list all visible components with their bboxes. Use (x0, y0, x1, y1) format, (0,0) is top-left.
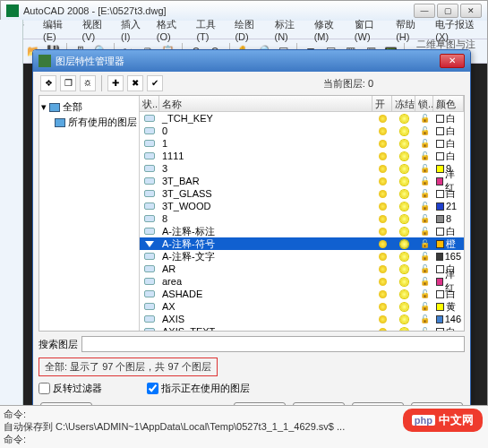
search-input[interactable] (81, 336, 465, 352)
delete-layer-icon[interactable]: ✖ (127, 75, 143, 91)
table-row[interactable]: A-注释-标注🔓白 (140, 225, 464, 237)
new-layer-icon[interactable]: ✚ (107, 75, 124, 91)
close-button[interactable]: ✕ (460, 4, 482, 18)
table-row[interactable]: AXIS🔓146 (140, 313, 464, 325)
bulb-icon[interactable] (379, 315, 387, 323)
color-cell[interactable]: 8 (433, 213, 464, 224)
lock-icon[interactable]: 🔓 (420, 202, 430, 211)
menu-edit[interactable]: 编辑(E) (43, 18, 73, 42)
layer-state-icon[interactable]: ⛭ (80, 75, 96, 91)
menu-window[interactable]: 窗口(W) (355, 18, 387, 42)
sun-icon[interactable] (400, 190, 408, 198)
collapse-icon[interactable]: ▾ (41, 101, 47, 113)
sun-icon[interactable] (400, 278, 408, 286)
menu-draw[interactable]: 绘图(D) (235, 18, 265, 42)
sun-icon[interactable] (400, 127, 408, 135)
sun-icon[interactable] (400, 253, 408, 261)
sun-icon[interactable] (400, 265, 408, 273)
new-filter-icon[interactable]: ❖ (40, 75, 56, 91)
lock-icon[interactable]: 🔓 (420, 139, 430, 148)
lock-icon[interactable]: 🔓 (420, 227, 430, 236)
table-row[interactable]: 8🔓8 (140, 212, 464, 225)
sun-icon[interactable] (400, 140, 408, 148)
color-cell[interactable]: 白 (433, 125, 464, 138)
lock-icon[interactable]: 🔓 (420, 264, 430, 273)
bulb-icon[interactable] (379, 278, 387, 286)
dialog-close-button[interactable]: ✕ (440, 54, 465, 68)
bulb-icon[interactable] (379, 265, 387, 273)
new-group-icon[interactable]: ❒ (60, 75, 76, 91)
table-row[interactable]: A-注释-文字🔓165 (140, 250, 464, 263)
sun-icon[interactable] (400, 290, 408, 298)
lock-icon[interactable]: 🔓 (420, 214, 430, 223)
bulb-icon[interactable] (379, 152, 387, 160)
bulb-icon[interactable] (379, 253, 387, 261)
menu-tools[interactable]: 工具(T) (196, 18, 226, 42)
sun-icon[interactable] (400, 152, 408, 160)
bulb-icon[interactable] (379, 228, 387, 236)
sun-icon[interactable] (400, 328, 408, 332)
col-name[interactable]: 名称 (159, 96, 372, 111)
bulb-icon[interactable] (379, 328, 387, 332)
table-row[interactable]: AXIS_TEXT🔓白 (140, 325, 464, 331)
col-on[interactable]: 开 (372, 96, 392, 111)
sun-icon[interactable] (400, 202, 408, 211)
table-row[interactable]: area🔓洋红 (140, 275, 464, 288)
lock-icon[interactable]: 🔓 (420, 289, 430, 298)
table-row[interactable]: _TCH_KEY🔓白 (140, 112, 464, 125)
table-body[interactable]: _TCH_KEY🔓白0🔓白1🔓白1111🔓白3🔓93T_BAR🔓洋红3T_GLA… (140, 112, 464, 331)
bulb-icon[interactable] (379, 290, 387, 298)
color-cell[interactable]: 白 (433, 112, 464, 125)
bulb-icon[interactable] (379, 177, 387, 185)
bulb-icon[interactable] (379, 215, 387, 223)
lock-icon[interactable]: 🔓 (420, 302, 430, 311)
color-cell[interactable]: 165 (433, 251, 464, 262)
bulb-icon[interactable] (379, 127, 387, 135)
lock-icon[interactable]: 🔓 (420, 189, 430, 198)
filter-tree[interactable]: ▾ 全部 所有使用的图层 (39, 96, 140, 331)
lock-icon[interactable]: 🔓 (420, 151, 430, 160)
bulb-icon[interactable] (379, 202, 387, 211)
sun-icon[interactable] (400, 315, 408, 323)
color-cell[interactable]: 白 (433, 137, 464, 151)
col-color[interactable]: 颜色 (433, 96, 464, 111)
table-row[interactable]: 3🔓9 (140, 162, 464, 175)
color-cell[interactable]: 21 (433, 201, 464, 211)
side-toolbar[interactable] (0, 20, 23, 448)
current-layer-icon[interactable]: ✔ (147, 75, 163, 91)
color-cell[interactable]: 白 (433, 150, 464, 163)
col-lock[interactable]: 锁.. (415, 96, 433, 111)
dialog-title-bar[interactable]: 图层特性管理器 ✕ (33, 50, 470, 72)
sun-icon[interactable] (400, 177, 408, 185)
color-cell[interactable]: 橙 (433, 237, 464, 251)
color-cell[interactable]: 白 (433, 288, 464, 301)
color-cell[interactable]: 黄 (433, 300, 464, 314)
table-row[interactable]: AX🔓黄 (140, 300, 464, 313)
table-row[interactable]: 1🔓白 (140, 137, 464, 150)
menu-dimension[interactable]: 标注(N) (275, 18, 305, 42)
lock-icon[interactable]: 🔓 (420, 239, 430, 248)
lock-icon[interactable]: 🔓 (420, 252, 430, 261)
indicate-inuse-checkbox[interactable]: 指示正在使用的图层 (147, 382, 250, 395)
color-cell[interactable]: 白 (433, 187, 464, 201)
table-row[interactable]: AR🔓白 (140, 263, 464, 275)
sun-icon[interactable] (400, 240, 408, 248)
col-freeze[interactable]: 冻结 (392, 96, 415, 111)
bulb-icon[interactable] (379, 240, 387, 248)
tree-root[interactable]: ▾ 全部 (41, 99, 137, 115)
lock-icon[interactable]: 🔓 (420, 177, 430, 185)
lock-icon[interactable]: 🔓 (420, 277, 430, 286)
bulb-icon[interactable] (379, 140, 387, 148)
tree-child[interactable]: 所有使用的图层 (41, 115, 137, 130)
color-cell[interactable]: 白 (433, 325, 464, 332)
minimize-button[interactable]: — (414, 4, 435, 18)
sun-icon[interactable] (400, 228, 408, 236)
table-row[interactable]: 0🔓白 (140, 125, 464, 137)
lock-icon[interactable]: 🔓 (420, 164, 430, 173)
table-row[interactable]: 3T_WOOD🔓21 (140, 200, 464, 212)
color-cell[interactable]: 146 (433, 314, 464, 324)
sun-icon[interactable] (400, 303, 408, 311)
col-status[interactable]: 状.. (140, 96, 159, 111)
table-row[interactable]: ASHADE🔓白 (140, 288, 464, 300)
sun-icon[interactable] (400, 165, 408, 173)
